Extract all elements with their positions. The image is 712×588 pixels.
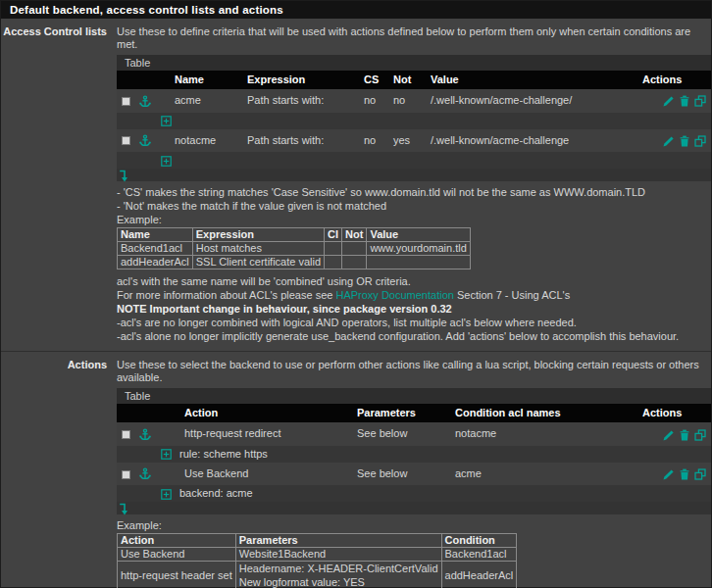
- acl-note-v1: -acl's are no longer combined with logic…: [117, 317, 711, 329]
- acl-note-combined: acl's with the same name will be 'combin…: [117, 275, 711, 288]
- acl-table: Name Expression CS Not Value Actions a: [117, 71, 711, 169]
- acl-col-value: Value: [426, 71, 637, 89]
- acl-cell-expression: Path starts with:: [242, 89, 359, 113]
- copy-icon[interactable]: [694, 429, 706, 441]
- move-selected-down-icon[interactable]: [119, 503, 128, 515]
- actions-table-panel: Table Action Parameters Condition acl na…: [117, 388, 711, 514]
- actions-col-parameters: Parameters: [352, 404, 450, 422]
- acl-cell-expression: Path starts with:: [242, 129, 359, 153]
- actions-ex-cell: Headername: X-HEADER-ClientCertValidNew …: [235, 562, 441, 588]
- haproxy-documentation-link[interactable]: HAProxy Documentation: [335, 289, 453, 301]
- acl-ex-cell: www.yourdomain.tld: [367, 242, 470, 256]
- actions-ex-col: Action: [118, 534, 236, 548]
- acl-cell-value: /.well-known/acme-challenge: [426, 129, 637, 153]
- acl-cell-cs: no: [359, 89, 388, 113]
- acl-table-panel: Table Name Expression CS Not: [117, 55, 711, 181]
- actions-notes: Example: Action Parameters Condition Use…: [117, 519, 711, 588]
- actions-example-label: Example:: [117, 519, 711, 532]
- acl-col-actions: Actions: [637, 71, 711, 89]
- action-detail-row: rule: scheme https: [117, 446, 711, 463]
- acl-ex-cell: Host matches: [192, 242, 324, 256]
- acl-note-version: NOTE Important change in behaviour, sinc…: [117, 303, 452, 315]
- action-detail-row: backend: acme: [117, 485, 711, 502]
- edit-icon[interactable]: [663, 468, 675, 480]
- section-access-control-lists: Access Control lists Use these to define…: [1, 19, 711, 352]
- anchor-drag-icon[interactable]: [139, 134, 151, 147]
- acl-ex-cell: [342, 242, 367, 256]
- acl-ex-col: Not: [342, 228, 367, 242]
- actions-table: Action Parameters Condition acl names Ac…: [117, 404, 711, 502]
- acl-ex-col: Name: [118, 228, 193, 242]
- acl-row-checkbox[interactable]: [122, 97, 130, 106]
- copy-icon[interactable]: [694, 135, 706, 147]
- action-cell-action: http-request redirect: [179, 422, 352, 446]
- acl-description: Use these to define criteria that will b…: [117, 25, 711, 51]
- actions-ex-col: Parameters: [235, 534, 441, 548]
- acl-note-info: For more information about ACL's please …: [117, 289, 711, 302]
- delete-icon[interactable]: [679, 468, 690, 480]
- acl-col-cs: CS: [359, 71, 388, 89]
- acl-ex-col: Value: [367, 228, 470, 242]
- actions-ex-cell: Website1Backend: [235, 548, 441, 562]
- acl-ex-col: Expression: [192, 228, 324, 242]
- acl-col-not: Not: [388, 71, 426, 89]
- anchor-drag-icon[interactable]: [139, 467, 151, 480]
- actions-table-panel-title: Table: [117, 388, 711, 404]
- acl-ex-cell: [342, 256, 367, 270]
- actions-ex-cell: Backend1acl: [441, 548, 517, 562]
- actions-ex-cell: Use Backend: [118, 548, 236, 562]
- acl-cell-name: notacme: [170, 129, 242, 153]
- acl-cell-not: no: [388, 89, 426, 113]
- acl-note-info-pre: For more information about ACL's please …: [117, 289, 335, 301]
- action-row-checkbox[interactable]: [122, 470, 130, 479]
- acl-example-label: Example:: [117, 214, 711, 226]
- anchor-drag-icon[interactable]: [139, 428, 151, 441]
- section-actions: Actions Use these to select the backend …: [1, 352, 711, 588]
- haproxy-frontend-panel: Default backend, access control lists an…: [0, 0, 712, 588]
- acl-ex-cell: Backend1acl: [118, 242, 193, 256]
- add-row-icon[interactable]: [161, 116, 172, 126]
- actions-col-action: Action: [179, 404, 352, 422]
- acl-example-table: Name Expression CI Not Value Backend1acl…: [117, 227, 471, 270]
- acl-note-cs: - 'CS' makes the string matches 'Case Se…: [117, 186, 711, 199]
- delete-icon[interactable]: [679, 135, 690, 147]
- add-row-icon[interactable]: [161, 156, 172, 167]
- acl-cell-not: yes: [388, 129, 426, 153]
- actions-col-condition: Condition acl names: [450, 404, 637, 422]
- actions-example-table: Action Parameters Condition Use Backend …: [117, 533, 517, 588]
- actions-ex-cell: addHeaderAcl: [441, 562, 517, 588]
- acl-row-notacme: notacme Path starts with: no yes /.well-…: [117, 129, 711, 153]
- edit-icon[interactable]: [663, 429, 675, 441]
- actions-description: Use these to select the backend to use o…: [117, 359, 711, 384]
- acl-row-checkbox[interactable]: [122, 136, 130, 145]
- acl-ex-col: CI: [325, 228, 342, 242]
- acl-note-info-post: Section 7 - Using ACL's: [454, 289, 570, 301]
- acl-ex-cell: SSL Client certificate valid: [192, 256, 324, 270]
- acl-add-row: [117, 152, 711, 169]
- acl-ex-cell: [367, 256, 470, 270]
- expand-detail-icon[interactable]: [161, 449, 172, 460]
- expand-detail-icon[interactable]: [161, 489, 172, 500]
- delete-icon[interactable]: [679, 95, 690, 107]
- acl-table-panel-title: Table: [117, 55, 711, 71]
- actions-ex-col: Condition: [441, 534, 517, 548]
- edit-icon[interactable]: [663, 95, 675, 107]
- move-selected-down-icon[interactable]: [119, 170, 128, 182]
- acl-row-acme: acme Path starts with: no no /.well-know…: [117, 89, 711, 113]
- acl-ex-cell: [325, 256, 342, 270]
- action-row-redirect: http-request redirect See below notacme: [117, 422, 711, 446]
- acl-cell-value: /.well-known/acme-challenge/: [426, 89, 637, 113]
- action-detail-text: backend: acme: [179, 487, 253, 499]
- edit-icon[interactable]: [663, 135, 675, 147]
- action-cell-parameters: See below: [352, 422, 450, 446]
- actions-col-actions: Actions: [637, 404, 711, 422]
- action-row-checkbox[interactable]: [122, 430, 130, 439]
- delete-icon[interactable]: [679, 429, 690, 441]
- acl-cell-name: acme: [170, 89, 242, 113]
- copy-icon[interactable]: [694, 95, 706, 107]
- action-detail-text: rule: scheme https: [179, 448, 268, 460]
- copy-icon[interactable]: [694, 468, 706, 480]
- acl-ex-cell: [325, 242, 342, 256]
- anchor-drag-icon[interactable]: [139, 95, 151, 108]
- action-row-use-backend: Use Backend See below acme: [117, 463, 711, 486]
